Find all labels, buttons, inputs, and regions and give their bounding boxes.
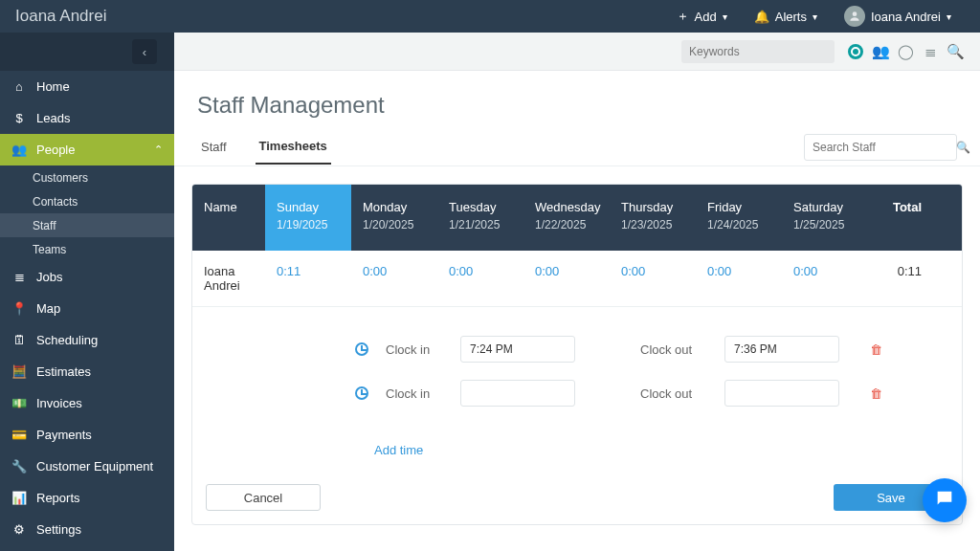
clock-icon	[355, 386, 368, 400]
chevron-up-icon: ⌃	[154, 143, 163, 156]
calculator-icon: 🧮	[11, 364, 27, 379]
calendar-icon: 🗓	[11, 333, 27, 347]
sidebar-item-label: Payments	[36, 428, 92, 442]
sidebar-item-label: Invoices	[36, 396, 82, 410]
sidebar-item-scheduling[interactable]: 🗓 Scheduling	[0, 324, 174, 356]
add-time-link[interactable]: Add time	[374, 433, 962, 473]
keywords-input[interactable]	[681, 40, 835, 63]
clock-out-label: Clock out	[640, 342, 707, 357]
tab-timesheets[interactable]: Timesheets	[256, 129, 331, 165]
sidebar-item-people[interactable]: 👥 People ⌃	[0, 134, 174, 165]
clock-in-label: Clock in	[386, 342, 443, 357]
row-val-wed[interactable]: 0:00	[523, 251, 610, 306]
target-icon[interactable]	[848, 44, 863, 59]
add-menu[interactable]: ＋ Add ▾	[663, 8, 741, 25]
circle-outline-icon[interactable]: ◯	[898, 44, 913, 59]
col-day-thu[interactable]: Thursday 1/23/2025	[610, 185, 696, 251]
sidebar-collapse-button[interactable]: ‹	[132, 39, 157, 64]
clock-in-input[interactable]	[460, 380, 575, 407]
col-name: Name	[192, 185, 265, 251]
sidebar-item-equipment[interactable]: 🔧 Customer Equipment	[0, 451, 174, 482]
time-entry: Clock in Clock out 🗑	[355, 380, 962, 407]
tabs: Staff Timesheets 🔍	[174, 128, 980, 166]
sidebar-item-reports[interactable]: 📊 Reports	[0, 482, 174, 514]
row-val-sat[interactable]: 0:00	[782, 251, 868, 306]
cash-icon: 💵	[11, 396, 27, 410]
sidebar-sub-staff[interactable]: Staff	[0, 213, 174, 237]
list-icon[interactable]: ≣	[923, 44, 938, 59]
clock-in-label: Clock in	[386, 386, 443, 401]
people-icon[interactable]: 👥	[873, 44, 888, 59]
chat-fab[interactable]	[923, 478, 967, 522]
row-val-thu[interactable]: 0:00	[610, 251, 696, 306]
plus-icon: ＋	[677, 8, 689, 25]
clock-out-label: Clock out	[640, 386, 707, 401]
col-day-mon[interactable]: Monday 1/20/2025	[351, 185, 437, 251]
tab-staff[interactable]: Staff	[197, 130, 231, 164]
alerts-label: Alerts	[775, 10, 807, 24]
toolbar: 👥 ◯ ≣ 🔍	[174, 33, 980, 71]
chevron-down-icon: ▾	[947, 11, 951, 22]
sidebar-item-estimates[interactable]: 🧮 Estimates	[0, 356, 174, 387]
chevron-down-icon: ▾	[813, 11, 817, 22]
sidebar-sub-teams[interactable]: Teams	[0, 237, 174, 261]
timesheet: Name Sunday 1/19/2025 Monday 1/20/2025 T…	[174, 166, 980, 525]
timesheet-header: Name Sunday 1/19/2025 Monday 1/20/2025 T…	[192, 185, 962, 251]
clock-out-input[interactable]: 7:36 PM	[724, 336, 839, 363]
toolbar-icons: 👥 ◯ ≣ 🔍	[848, 44, 963, 59]
col-day-sun[interactable]: Sunday 1/19/2025	[265, 185, 351, 251]
sidebar-item-label: Estimates	[36, 364, 91, 379]
main: 👥 ◯ ≣ 🔍 Staff Management Staff Timesheet…	[174, 33, 980, 551]
sidebar-item-label: Scheduling	[36, 333, 98, 347]
sidebar-item-label: People	[36, 143, 75, 157]
time-entries: Clock in 7:24 PM Clock out 7:36 PM 🗑 Clo…	[192, 307, 962, 433]
sidebar-item-label: Jobs	[36, 270, 62, 284]
sidebar-item-home[interactable]: ⌂ Home	[0, 71, 174, 102]
row-val-fri[interactable]: 0:00	[696, 251, 782, 306]
user-label: Ioana Andrei	[871, 10, 941, 24]
chart-icon: 📊	[11, 491, 27, 505]
sidebar-item-label: Home	[36, 79, 70, 94]
col-day-wed[interactable]: Wednesday 1/22/2025	[523, 185, 610, 251]
sidebar-sub-contacts[interactable]: Contacts	[0, 189, 174, 213]
search-staff[interactable]: 🔍	[804, 134, 957, 161]
alerts-menu[interactable]: 🔔 Alerts ▾	[741, 10, 831, 24]
timesheet-row: Ioana Andrei 0:11 0:00 0:00 0:00 0:00 0:…	[192, 251, 962, 307]
add-label: Add	[695, 10, 717, 24]
home-icon: ⌂	[11, 79, 27, 94]
clock-in-input[interactable]: 7:24 PM	[460, 336, 575, 363]
search-input[interactable]	[813, 141, 956, 154]
col-total: Total	[868, 185, 935, 251]
bell-icon: 🔔	[754, 10, 769, 24]
cancel-button[interactable]: Cancel	[206, 484, 321, 511]
row-val-mon[interactable]: 0:00	[351, 251, 437, 306]
col-day-sat[interactable]: Saturday 1/25/2025	[782, 185, 868, 251]
row-total: 0:11	[868, 251, 935, 306]
col-day-fri[interactable]: Friday 1/24/2025	[696, 185, 782, 251]
sidebar-sub-customers[interactable]: Customers	[0, 165, 174, 189]
chevron-left-icon: ‹	[143, 45, 146, 59]
sidebar-item-leads[interactable]: $ Leads	[0, 102, 174, 134]
row-val-sun[interactable]: 0:11	[265, 251, 351, 306]
sidebar-item-label: Reports	[36, 491, 80, 505]
clock-out-input[interactable]	[724, 380, 839, 407]
sidebar-item-invoices[interactable]: 💵 Invoices	[0, 387, 174, 419]
sidebar-item-jobs[interactable]: ≣ Jobs	[0, 261, 174, 293]
trash-icon[interactable]: 🗑	[870, 386, 882, 401]
sidebar-item-label: Map	[36, 301, 60, 316]
svg-point-0	[853, 11, 858, 16]
people-icon: 👥	[11, 143, 27, 157]
topbar: Ioana Andrei ＋ Add ▾ 🔔 Alerts ▾ Ioana An…	[0, 0, 980, 33]
search-icon[interactable]: 🔍	[947, 44, 963, 59]
sidebar-item-settings[interactable]: ⚙ Settings	[0, 514, 174, 545]
clock-icon	[355, 342, 368, 356]
user-menu[interactable]: Ioana Andrei ▾	[831, 6, 965, 27]
col-day-tue[interactable]: Tuesday 1/21/2025	[437, 185, 523, 251]
list-icon: ≣	[11, 270, 27, 284]
sidebar: ‹ ⌂ Home $ Leads 👥 People ⌃ Customers Co…	[0, 33, 174, 551]
trash-icon[interactable]: 🗑	[870, 342, 882, 357]
row-val-tue[interactable]: 0:00	[437, 251, 523, 306]
search-icon: 🔍	[956, 141, 970, 154]
sidebar-item-map[interactable]: 📍 Map	[0, 293, 174, 324]
sidebar-item-payments[interactable]: 💳 Payments	[0, 419, 174, 451]
